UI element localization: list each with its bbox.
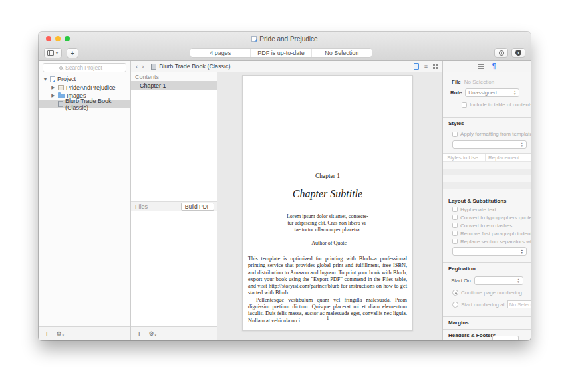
add-button[interactable]: + [67, 48, 78, 58]
start-on-label: Start On [451, 278, 471, 284]
manuscript-icon [58, 85, 64, 90]
start-numbering-field[interactable]: No Select [507, 300, 531, 308]
remove-indent-checkbox-row[interactable]: Remove first paragraph indent [443, 231, 531, 236]
document-area[interactable]: Chapter 1 Chapter Subtitle Lorem ipsum d… [217, 72, 442, 340]
zoom-button[interactable] [65, 36, 70, 41]
table-row[interactable] [443, 175, 531, 182]
checkbox-icon[interactable] [462, 102, 467, 108]
apply-formatting-checkbox-row[interactable]: Apply formatting from template [443, 131, 531, 137]
role-popup[interactable]: Unassigned ▲▼ [465, 88, 519, 97]
add-chapter-button[interactable]: + [137, 330, 141, 338]
start-numbering-label: Start numbering at [461, 302, 505, 308]
toolbar: ▼ + 4 pages PDF is up-to-date No Selecti… [39, 45, 531, 60]
disclosure-triangle-down-icon[interactable]: ▼ [43, 77, 48, 82]
page-view-icon[interactable] [414, 63, 419, 70]
chevron-down-icon: ▾ [63, 333, 65, 337]
document-page[interactable]: Chapter 1 Chapter Subtitle Lorem ipsum d… [242, 75, 413, 331]
disclosure-triangle-right-icon[interactable]: ▶ [51, 85, 56, 90]
quote-line: tae tortor ullamcorper pharetra. [259, 227, 396, 233]
target-icon [499, 50, 504, 56]
format-inspector-icon[interactable]: ¶ [492, 63, 496, 70]
status-pdf: PDF is up-to-date [250, 49, 311, 57]
radio-selected-icon[interactable] [452, 290, 458, 296]
search-field[interactable] [43, 63, 126, 72]
chapter-heading: Chapter 1 [248, 173, 407, 179]
minimize-button[interactable] [55, 36, 61, 41]
partial-field[interactable] [492, 336, 519, 340]
close-button[interactable] [46, 36, 51, 41]
forward-button[interactable]: › [142, 63, 144, 70]
quote-line: Lorem ipsum dolor sit amet, consecte- [259, 213, 396, 220]
chapter-quote: Lorem ipsum dolor sit amet, consecte- tu… [259, 213, 396, 233]
table-row[interactable] [443, 182, 531, 189]
table-row[interactable] [443, 162, 531, 169]
start-on-popup[interactable]: ▲▼ [474, 276, 523, 285]
action-menu-button[interactable]: ⚙▾ [148, 330, 156, 337]
typographers-quotes-checkbox-row[interactable]: Convert to typographers quotes [443, 215, 531, 220]
hyphenate-label: Hyphenate text [460, 207, 496, 212]
margins-section-header[interactable]: Margins [443, 316, 531, 326]
checkbox-icon[interactable] [452, 231, 458, 236]
window-title: Pride and Prejudice [259, 35, 317, 43]
checkbox-icon[interactable] [452, 223, 458, 228]
track-changes-button[interactable] [494, 48, 508, 58]
role-label: Role [450, 90, 462, 96]
search-input[interactable] [63, 64, 139, 71]
em-dashes-checkbox-row[interactable]: Convert to em dashes [443, 223, 531, 228]
tree-item-prideandprejudice[interactable]: ▶ PrideAndPrejudice [39, 84, 130, 92]
outline-inspector-icon[interactable] [478, 64, 484, 69]
inspector-header: ¶ [443, 61, 531, 72]
start-numbering-radio-row[interactable]: Start numbering at No Select [443, 300, 531, 308]
disclosure-triangle-right-icon[interactable]: ▶ [51, 93, 56, 98]
search-icon [59, 66, 63, 70]
page-number: 1 [243, 315, 412, 321]
search-wrap [39, 61, 130, 74]
pagination-section-header[interactable]: Pagination [443, 262, 531, 272]
inspector-body: File No Selection Role Unassigned ▲▼ Inc… [443, 72, 531, 340]
add-item-button[interactable]: + [45, 330, 49, 338]
table-row[interactable] [443, 169, 531, 175]
template-dropdown[interactable]: ▲▼ [452, 140, 527, 149]
stepper-icon: ▲▼ [521, 249, 523, 254]
document-title: Blurb Trade Book (Classic) [159, 63, 230, 70]
status-pages: 4 pages [190, 49, 250, 57]
continue-numbering-radio-row[interactable]: Continue page numbering [443, 290, 531, 296]
layout-section-header[interactable]: Layout & Substitutions [443, 195, 531, 204]
body-text: This template is optimized for printing … [248, 256, 407, 324]
tree-item-blurb-trade-book[interactable]: Blurb Trade Book (Classic) [39, 100, 130, 109]
contents-item-chapter1[interactable]: Chapter 1 [131, 81, 217, 90]
replace-separators-checkbox-row[interactable]: Replace section separators with [443, 239, 531, 244]
list-view-icon[interactable]: ≡ [424, 64, 428, 70]
contents-bottom-bar: + ⚙▾ [131, 326, 217, 340]
files-header-label: Files [135, 203, 148, 210]
build-pdf-button[interactable]: Build PDF [181, 203, 214, 211]
checkbox-icon[interactable] [452, 215, 458, 220]
checkbox-icon[interactable] [452, 132, 458, 137]
styles-section-header[interactable]: Styles [443, 117, 531, 126]
back-button[interactable]: ‹ [136, 63, 138, 70]
replace-separators-label: Replace section separators with [460, 239, 531, 244]
quote-author: - Author of Quote [248, 240, 407, 246]
files-list [131, 211, 217, 326]
toc-checkbox-row[interactable]: Include in table of contents [443, 102, 531, 108]
tree-item-project[interactable]: ▼ Project [39, 75, 130, 84]
separator-dropdown[interactable]: ▲▼ [452, 247, 527, 256]
chapter-subtitle: Chapter Subtitle [248, 188, 407, 200]
inspector-toggle-button[interactable]: i [511, 48, 525, 58]
grid-view-icon[interactable] [433, 64, 435, 66]
contents-list: Chapter 1 [131, 81, 217, 201]
toggle-sidebar-button[interactable]: ▼ [44, 48, 62, 58]
titlebar[interactable]: Pride and Prejudice [39, 32, 531, 45]
checkbox-icon[interactable] [452, 239, 458, 244]
document-title-group: Blurb Trade Book (Classic) [151, 63, 230, 70]
hyphenate-checkbox-row[interactable]: Hyphenate text [443, 207, 531, 212]
checkbox-icon[interactable] [452, 207, 458, 212]
styles-table: Styles in Use Replacement [443, 153, 531, 189]
em-dashes-label: Convert to em dashes [460, 223, 512, 228]
action-menu-button[interactable]: ⚙▾ [56, 330, 64, 337]
chevron-down-icon: ▼ [55, 51, 59, 55]
radio-icon[interactable] [452, 302, 458, 308]
document-proxy-icon [251, 36, 257, 42]
project-sidebar: ▼ Project ▶ PrideAndPrejudice ▶ Images [39, 61, 131, 340]
contents-header: Contents [131, 72, 217, 81]
